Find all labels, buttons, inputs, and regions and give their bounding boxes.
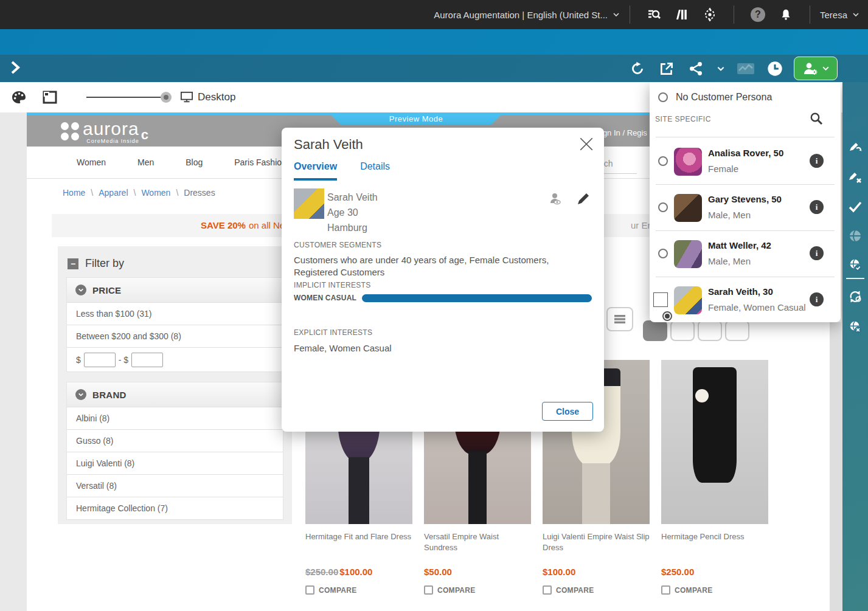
persona-preview-icon[interactable] — [548, 192, 563, 206]
info-icon[interactable]: i — [810, 246, 824, 260]
help-icon[interactable]: ? — [750, 7, 766, 22]
product-card[interactable]: Hermitage Pencil Dress $250.00 COMPARE — [661, 360, 768, 595]
close-button[interactable]: Close — [542, 402, 593, 421]
explicit-interests-label: EXPLICIT INTERESTS — [294, 328, 372, 337]
site-specific-label: SITE SPECIFIC — [655, 115, 711, 123]
site-locale-selector[interactable]: Aurora Augmentation | English (United St… — [434, 10, 620, 20]
view-option-button[interactable] — [725, 320, 749, 341]
aurora-logo[interactable]: aurora CoreMedia Inside c — [61, 120, 148, 144]
edit-reject-icon[interactable] — [848, 170, 863, 185]
site-locale-label: Aurora Augmentation | English (United St… — [434, 10, 608, 20]
info-icon[interactable]: i — [810, 292, 824, 306]
content-search-icon[interactable] — [646, 7, 662, 22]
withdraw-globe-icon[interactable] — [848, 320, 863, 334]
info-icon[interactable]: i — [810, 154, 824, 168]
persona-age: Age 30 — [327, 205, 378, 220]
brand-filter-option[interactable]: Gusso (8) — [67, 429, 283, 452]
price-filter-option[interactable]: Less than $100 (31) — [67, 302, 283, 325]
brand-filter-option[interactable]: Albini (8) — [67, 407, 283, 429]
divider — [734, 5, 734, 24]
publish-approved-globe-icon[interactable] — [848, 258, 863, 272]
view-option-button[interactable] — [698, 320, 722, 341]
brand-filter-option[interactable]: Hermitage Collection (7) — [67, 497, 283, 519]
product-name[interactable]: Hermitage Pencil Dress — [661, 531, 768, 553]
brand-filter-option[interactable]: Versatil (8) — [67, 474, 283, 497]
view-option-button[interactable] — [670, 320, 695, 341]
tab-details[interactable]: Details — [360, 161, 390, 181]
notifications-bell-icon[interactable] — [778, 7, 794, 22]
sign-in-link[interactable]: ign In / Regis — [601, 128, 647, 137]
radio-unselected[interactable] — [658, 156, 668, 166]
facet-price-header[interactable]: PRICE — [67, 278, 283, 302]
device-width-slider[interactable] — [86, 91, 172, 103]
publish-globe-icon-disabled — [848, 229, 863, 243]
search-icon[interactable] — [809, 111, 824, 126]
tab-overview[interactable]: Overview — [294, 161, 337, 181]
sale-highlight: SAVE 20% — [201, 220, 246, 230]
locale-target-icon[interactable] — [702, 7, 718, 22]
chevron-down-icon — [822, 64, 830, 72]
persona-option-gary[interactable]: Gary Stevens, 50 Male, Men i — [650, 184, 841, 230]
analytics-image-icon[interactable] — [735, 58, 756, 79]
nav-item-women[interactable]: Women — [77, 157, 106, 167]
breadcrumb-women[interactable]: Women — [141, 188, 170, 198]
persona-option-matt[interactable]: Matt Weller, 42 Male, Men i — [650, 230, 841, 277]
grid-view-button-selected[interactable] — [643, 320, 667, 341]
persona-city: Hamburg — [327, 220, 378, 235]
radio-unselected[interactable] — [658, 249, 668, 258]
share-chevron-icon[interactable] — [715, 58, 727, 79]
approve-check-icon[interactable] — [848, 199, 863, 214]
price-max-input[interactable] — [131, 353, 163, 367]
radio-unselected[interactable] — [658, 92, 668, 102]
explicit-interests-text: Female, Women Casual — [294, 342, 592, 354]
breadcrumb-home[interactable]: Home — [63, 188, 85, 198]
aurora-clover-icon — [61, 122, 79, 140]
breadcrumb-apparel[interactable]: Apparel — [99, 188, 128, 198]
no-persona-option[interactable]: No Customer Persona — [658, 92, 772, 103]
facet-brand-header[interactable]: BRAND — [67, 382, 283, 407]
brand-filter-option[interactable]: Luigi Valenti (8) — [67, 452, 283, 474]
share-icon[interactable] — [686, 58, 706, 79]
refresh-icon[interactable] — [627, 58, 648, 79]
slider-handle[interactable] — [161, 92, 172, 103]
collapse-minus-icon[interactable]: − — [68, 258, 78, 269]
chevron-circle-icon — [75, 389, 86, 400]
close-icon[interactable] — [578, 136, 594, 152]
site-search-input[interactable]: rch — [601, 159, 637, 174]
time-travel-clock-icon[interactable] — [765, 58, 785, 79]
compare-checkbox[interactable] — [424, 585, 433, 595]
persona-avatar — [674, 148, 702, 176]
price-filter-option[interactable]: Between $200 and $300 (8) — [67, 325, 283, 347]
sync-icon[interactable] — [848, 289, 863, 304]
persona-option-sarah-selected[interactable]: Sarah Veith, 30 Female, Women Casual i — [650, 277, 841, 323]
customer-persona-button[interactable] — [794, 57, 838, 80]
user-name: Teresa — [820, 10, 847, 20]
radio-unselected[interactable] — [658, 202, 668, 212]
list-view-button[interactable] — [606, 307, 633, 331]
nav-item-blog[interactable]: Blog — [186, 157, 203, 167]
theme-palette-icon[interactable] — [11, 90, 27, 105]
edit-redirect-icon[interactable] — [848, 140, 863, 154]
coremedia-c-mark: c — [141, 127, 148, 143]
nav-item-men[interactable]: Men — [137, 157, 154, 167]
product-name[interactable]: Versatil Empire Waist Sundress — [424, 531, 531, 553]
product-old-price: $250.00 — [305, 567, 338, 577]
monitor-icon — [180, 91, 193, 103]
info-icon[interactable]: i — [810, 200, 824, 214]
price-min-input[interactable] — [84, 353, 116, 367]
compare-checkbox[interactable] — [305, 585, 314, 595]
product-name[interactable]: Hermitage Fit and Flare Dress — [305, 531, 412, 553]
library-icon[interactable] — [674, 7, 690, 22]
edit-pencil-icon[interactable] — [576, 192, 591, 206]
product-name[interactable]: Luigi Valenti Empire Waist Slip Dress — [543, 531, 650, 553]
open-in-new-window-icon[interactable] — [656, 58, 677, 79]
radio-selected[interactable] — [653, 292, 668, 307]
compare-checkbox[interactable] — [543, 585, 552, 595]
persona-avatar — [674, 286, 702, 314]
expand-panel-button[interactable] — [9, 60, 22, 78]
persona-option-analisa[interactable]: Analisa Rover, 50 Female i — [650, 138, 841, 184]
layout-variant-icon[interactable] — [43, 90, 57, 105]
compare-checkbox[interactable] — [661, 585, 670, 595]
interest-name: WOMEN CASUAL — [294, 294, 362, 302]
user-menu[interactable]: Teresa — [820, 10, 859, 20]
